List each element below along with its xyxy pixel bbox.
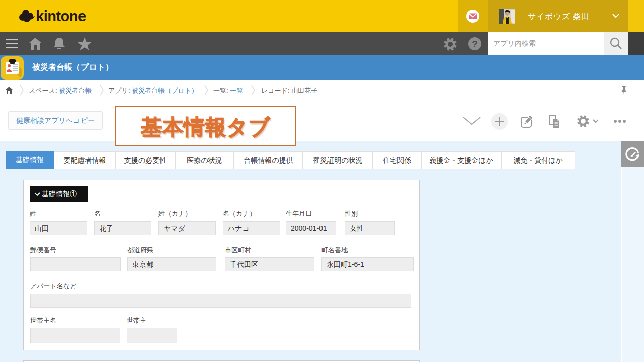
svg-text:?: ? xyxy=(472,39,478,49)
svg-text:kintone: kintone xyxy=(36,8,86,24)
